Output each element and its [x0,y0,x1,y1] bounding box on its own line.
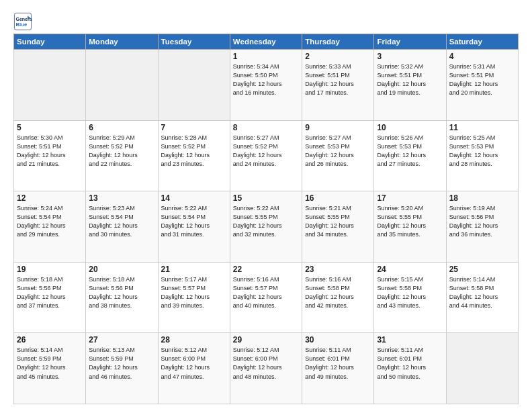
day-info: Sunrise: 5:27 AM Sunset: 5:52 PM Dayligh… [233,134,299,169]
day-number: 1 [233,52,299,61]
calendar-cell: 7Sunrise: 5:28 AM Sunset: 5:52 PM Daylig… [158,120,230,191]
day-number: 27 [89,335,154,345]
calendar-cell: 3Sunrise: 5:32 AM Sunset: 5:51 PM Daylig… [374,50,446,121]
calendar-cell: 5Sunrise: 5:30 AM Sunset: 5:51 PM Daylig… [14,120,86,191]
col-header-sunday: Sunday [14,34,86,50]
calendar-cell: 31Sunrise: 5:11 AM Sunset: 6:01 PM Dayli… [374,333,446,404]
day-info: Sunrise: 5:20 AM Sunset: 5:55 PM Dayligh… [377,204,443,239]
day-info: Sunrise: 5:27 AM Sunset: 5:53 PM Dayligh… [305,134,371,169]
calendar-week-3: 12Sunrise: 5:24 AM Sunset: 5:54 PM Dayli… [14,191,519,263]
calendar-cell: 29Sunrise: 5:12 AM Sunset: 6:00 PM Dayli… [230,333,302,404]
day-info: Sunrise: 5:23 AM Sunset: 5:54 PM Dayligh… [89,204,154,239]
calendar-cell: 22Sunrise: 5:16 AM Sunset: 5:57 PM Dayli… [230,262,302,333]
day-number: 16 [305,193,371,203]
day-info: Sunrise: 5:26 AM Sunset: 5:53 PM Dayligh… [377,134,443,169]
calendar-cell: 26Sunrise: 5:14 AM Sunset: 5:59 PM Dayli… [14,333,86,404]
day-info: Sunrise: 5:12 AM Sunset: 6:00 PM Dayligh… [161,346,227,381]
calendar-cell: 14Sunrise: 5:22 AM Sunset: 5:54 PM Dayli… [158,191,230,263]
day-number: 14 [161,193,227,203]
calendar-cell: 12Sunrise: 5:24 AM Sunset: 5:54 PM Dayli… [14,191,86,263]
day-number: 7 [161,123,227,132]
day-number: 17 [377,193,443,203]
day-number: 9 [305,123,371,132]
svg-text:Blue: Blue [16,21,28,28]
day-number: 30 [305,335,371,345]
day-info: Sunrise: 5:25 AM Sunset: 5:53 PM Dayligh… [449,134,515,169]
calendar-cell: 30Sunrise: 5:11 AM Sunset: 6:01 PM Dayli… [302,333,374,404]
day-number: 3 [377,52,443,61]
day-number: 10 [377,123,443,132]
day-number: 4 [449,52,515,61]
day-info: Sunrise: 5:33 AM Sunset: 5:51 PM Dayligh… [305,62,371,97]
header: General Blue [13,12,519,31]
day-info: Sunrise: 5:14 AM Sunset: 5:59 PM Dayligh… [17,346,83,381]
calendar-cell: 18Sunrise: 5:19 AM Sunset: 5:56 PM Dayli… [446,191,518,263]
calendar-week-1: 1Sunrise: 5:34 AM Sunset: 5:50 PM Daylig… [14,50,519,121]
col-header-tuesday: Tuesday [158,34,230,50]
calendar-cell: 15Sunrise: 5:22 AM Sunset: 5:55 PM Dayli… [230,191,302,263]
day-number: 24 [377,265,443,274]
day-info: Sunrise: 5:19 AM Sunset: 5:56 PM Dayligh… [449,204,515,239]
day-number: 28 [161,335,227,345]
day-number: 25 [449,265,515,274]
day-number: 18 [449,193,515,203]
day-info: Sunrise: 5:31 AM Sunset: 5:51 PM Dayligh… [449,62,515,97]
day-number: 19 [17,265,83,274]
day-number: 29 [233,335,299,345]
calendar-cell: 13Sunrise: 5:23 AM Sunset: 5:54 PM Dayli… [86,191,158,263]
day-number: 21 [161,265,227,274]
day-info: Sunrise: 5:32 AM Sunset: 5:51 PM Dayligh… [377,62,443,97]
day-number: 2 [305,52,371,61]
calendar-header-row: SundayMondayTuesdayWednesdayThursdayFrid… [14,34,519,50]
calendar-week-2: 5Sunrise: 5:30 AM Sunset: 5:51 PM Daylig… [14,120,519,191]
calendar-cell: 6Sunrise: 5:29 AM Sunset: 5:52 PM Daylig… [86,120,158,191]
svg-text:General: General [16,17,33,21]
col-header-friday: Friday [374,34,446,50]
calendar-cell: 11Sunrise: 5:25 AM Sunset: 5:53 PM Dayli… [446,120,518,191]
day-number: 23 [305,265,371,274]
day-number: 31 [377,335,443,345]
day-info: Sunrise: 5:13 AM Sunset: 5:59 PM Dayligh… [89,346,154,381]
day-number: 13 [89,193,154,203]
day-info: Sunrise: 5:34 AM Sunset: 5:50 PM Dayligh… [233,62,299,97]
day-info: Sunrise: 5:29 AM Sunset: 5:52 PM Dayligh… [89,134,154,169]
calendar-cell: 9Sunrise: 5:27 AM Sunset: 5:53 PM Daylig… [302,120,374,191]
day-info: Sunrise: 5:11 AM Sunset: 6:01 PM Dayligh… [305,346,371,381]
day-number: 12 [17,193,83,203]
calendar-cell [158,50,230,121]
day-info: Sunrise: 5:18 AM Sunset: 5:56 PM Dayligh… [89,275,154,310]
day-number: 11 [449,123,515,132]
calendar-cell: 21Sunrise: 5:17 AM Sunset: 5:57 PM Dayli… [158,262,230,333]
day-info: Sunrise: 5:17 AM Sunset: 5:57 PM Dayligh… [161,275,227,310]
calendar-cell: 2Sunrise: 5:33 AM Sunset: 5:51 PM Daylig… [302,50,374,121]
calendar-cell: 28Sunrise: 5:12 AM Sunset: 6:00 PM Dayli… [158,333,230,404]
calendar-cell: 16Sunrise: 5:21 AM Sunset: 5:55 PM Dayli… [302,191,374,263]
calendar-cell: 24Sunrise: 5:15 AM Sunset: 5:58 PM Dayli… [374,262,446,333]
day-info: Sunrise: 5:16 AM Sunset: 5:58 PM Dayligh… [305,275,371,310]
calendar-cell: 1Sunrise: 5:34 AM Sunset: 5:50 PM Daylig… [230,50,302,121]
day-number: 22 [233,265,299,274]
calendar-week-5: 26Sunrise: 5:14 AM Sunset: 5:59 PM Dayli… [14,333,519,404]
day-info: Sunrise: 5:15 AM Sunset: 5:58 PM Dayligh… [377,275,443,310]
day-info: Sunrise: 5:30 AM Sunset: 5:51 PM Dayligh… [17,134,83,169]
day-number: 5 [17,123,83,132]
calendar-cell [14,50,86,121]
day-info: Sunrise: 5:22 AM Sunset: 5:55 PM Dayligh… [233,204,299,239]
day-info: Sunrise: 5:22 AM Sunset: 5:54 PM Dayligh… [161,204,227,239]
day-info: Sunrise: 5:14 AM Sunset: 5:58 PM Dayligh… [449,275,515,310]
day-info: Sunrise: 5:16 AM Sunset: 5:57 PM Dayligh… [233,275,299,310]
col-header-monday: Monday [86,34,158,50]
calendar-cell: 27Sunrise: 5:13 AM Sunset: 5:59 PM Dayli… [86,333,158,404]
col-header-thursday: Thursday [302,34,374,50]
calendar-cell: 17Sunrise: 5:20 AM Sunset: 5:55 PM Dayli… [374,191,446,263]
calendar-cell: 25Sunrise: 5:14 AM Sunset: 5:58 PM Dayli… [446,262,518,333]
logo: General Blue [13,12,35,31]
day-info: Sunrise: 5:12 AM Sunset: 6:00 PM Dayligh… [233,346,299,381]
calendar-table: SundayMondayTuesdayWednesdayThursdayFrid… [13,34,519,404]
day-info: Sunrise: 5:24 AM Sunset: 5:54 PM Dayligh… [17,204,83,239]
calendar-week-4: 19Sunrise: 5:18 AM Sunset: 5:56 PM Dayli… [14,262,519,333]
calendar-cell: 19Sunrise: 5:18 AM Sunset: 5:56 PM Dayli… [14,262,86,333]
day-info: Sunrise: 5:11 AM Sunset: 6:01 PM Dayligh… [377,346,443,381]
day-info: Sunrise: 5:18 AM Sunset: 5:56 PM Dayligh… [17,275,83,310]
calendar-cell: 23Sunrise: 5:16 AM Sunset: 5:58 PM Dayli… [302,262,374,333]
